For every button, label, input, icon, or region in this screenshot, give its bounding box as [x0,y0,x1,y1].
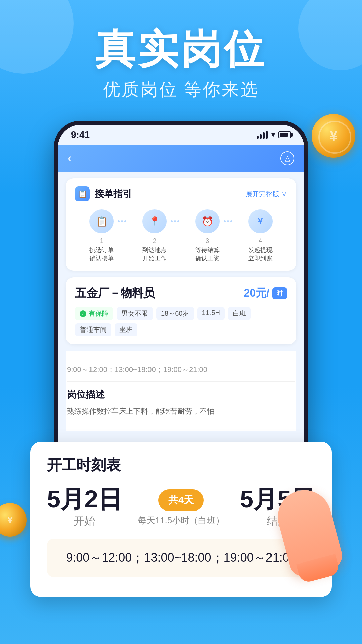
step-3-dots [224,220,232,222]
dot [124,220,126,222]
tag-seating: 坐班 [115,323,137,336]
step-4: ¥ 4 发起提现立即到账 [234,209,287,263]
check-icon: ✓ [80,310,86,317]
header-section: 真实岗位 优质岗位 等你来选 [0,27,362,101]
step-2: 📍 2 到达地点开始工作 [128,209,181,263]
wage-unit: 时 [272,287,287,299]
step-1-dots [118,220,126,222]
job-desc-title: 岗位描述 [67,382,295,405]
step-3-icon: ⏰ [195,209,220,233]
battery-icon [278,131,291,138]
wifi-icon: ▾ [271,130,275,139]
signal-bar-2 [260,134,262,139]
status-time: 9:41 [71,129,90,140]
tag-guaranteed: ✓ 有保障 [75,307,113,320]
dot [174,220,176,222]
date-divider: 共4天 每天11.5小时（白班） [138,489,225,526]
schedule-times: 9:00～12:00；13:00~18:00；19:00～21:00 [47,539,315,577]
dot [177,220,179,222]
job-title: 五金厂－物料员 [75,285,155,301]
step-3-text: 等待结算确认工资 [195,246,220,263]
step-2-icon: 📍 [142,209,167,233]
dot [227,220,229,222]
status-icons: ▾ [257,130,291,139]
tag-workshop: 普通车间 [75,323,111,336]
guide-icon: 📋 [75,186,90,201]
step-2-text: 到达地点开始工作 [142,246,167,263]
tag-age: 18～60岁 [156,307,194,320]
guide-title-wrap: 📋 接单指引 [75,186,132,201]
hand-shape [272,484,345,579]
job-tags: ✓ 有保障 男女不限 18～60岁 11.5H 白班 普通车间 坐班 [75,307,287,336]
days-badge: 共4天 [158,489,204,511]
step-4-num: 4 [259,237,262,245]
dot [118,220,120,222]
phone-bottom-content: 9:00～12:00；13:00~18:00；19:00～21:00 岗位描述 … [66,351,296,430]
phone-nav: ‹ △ [58,145,304,172]
step-3: ⏰ 3 等待结算确认工资 [181,209,234,263]
status-bar: 9:41 ▾ [58,125,304,145]
step-2-num: 2 [153,237,156,245]
start-date-item: 5月2日 开始 [47,487,122,529]
step-2-dots [171,220,179,222]
start-label: 开始 [74,514,95,529]
coin-decoration-right: ¥ [312,114,355,158]
signal-icon [257,131,268,139]
job-card-header: 五金厂－物料员 20元/ 时 [75,285,287,301]
dot [230,220,232,222]
wage-amount: 20元/ [244,286,269,301]
back-button[interactable]: ‹ [68,151,72,165]
schedule-dates: 5月2日 开始 共4天 每天11.5小时（白班） 5月5日 结束 [47,487,315,529]
battery-fill [280,133,288,137]
steps-row: 📋 1 挑选订单确认接单 📍 [75,209,287,263]
step-1-text: 挑选订单确认接单 [89,246,114,263]
signal-bar-4 [266,131,268,139]
tag-guaranteed-text: 有保障 [88,309,109,318]
step-3-num: 3 [206,237,209,245]
guide-card-header: 📋 接单指引 展开完整版 ∨ [75,186,287,201]
job-desc-text: 熟练操作数控车床上下料，能吃苦耐劳，不怕 [67,405,295,424]
start-date: 5月2日 [47,487,122,511]
tag-shift: 白班 [228,307,251,320]
hand-illustration [282,490,342,584]
sub-title: 优质岗位 等你来选 [0,78,362,101]
expand-button[interactable]: 展开完整版 ∨ [246,190,287,199]
dot [224,220,226,222]
step-1: 📋 1 挑选订单确认接单 [75,209,128,263]
step-1-icon: 📋 [89,209,114,233]
continuation-times: 9:00～12:00；13:00~18:00；19:00～21:00 [67,358,295,382]
step-4-icon: ¥ [248,209,273,233]
daily-desc: 每天11.5小时（白班） [138,515,225,526]
alert-button[interactable]: △ [280,151,294,165]
job-card: 五金厂－物料员 20元/ 时 ✓ 有保障 男女不限 18～60岁 11.5H 白… [66,277,296,344]
step-4-text: 发起提现立即到账 [248,246,273,263]
job-wage: 20元/ 时 [244,286,287,301]
step-1-num: 1 [100,237,103,245]
signal-bar-3 [263,132,265,139]
guide-title: 接单指引 [95,187,132,200]
signal-bar-1 [257,136,259,139]
guide-card: 📋 接单指引 展开完整版 ∨ 📋 [66,178,296,271]
schedule-title: 开工时刻表 [47,455,315,475]
tag-gender: 男女不限 [117,307,153,320]
dot [171,220,173,222]
main-title: 真实岗位 [0,27,362,71]
dot [121,220,123,222]
tag-hours: 11.5H [197,307,225,320]
